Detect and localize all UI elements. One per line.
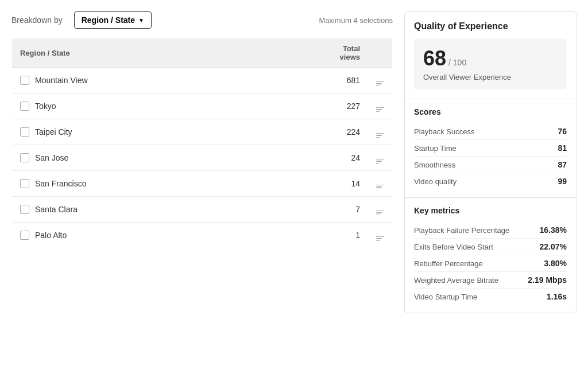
dropdown-label: Region / State — [82, 15, 135, 25]
views-cell-4: 14 — [260, 171, 368, 197]
views-cell-3: 24 — [260, 145, 368, 171]
key-metric-name-2: Rebuffer Percentage — [414, 259, 483, 268]
filter-cell-4 — [368, 171, 393, 197]
qoe-title: Quality of Experience — [414, 21, 567, 32]
region-name-6: Palo Alto — [35, 231, 67, 240]
filter-icon-5[interactable] — [376, 211, 384, 216]
table-row: Taipei City 224 — [12, 119, 393, 145]
qoe-score-number: 68 — [423, 46, 446, 71]
filter-cell-5 — [368, 197, 393, 223]
key-metric-name-4: Video Startup Time — [414, 293, 477, 301]
filter-icon-6[interactable] — [376, 236, 384, 242]
filter-icon-3[interactable] — [376, 159, 384, 164]
region-name-5: Santa Clara — [35, 205, 78, 214]
region-name-1: Tokyo — [35, 102, 56, 111]
score-row: Startup Time 81 — [414, 140, 567, 157]
key-metrics-list: Playback Failure Percentage 16.38% Exits… — [414, 222, 567, 305]
views-cell-5: 7 — [260, 197, 368, 223]
key-metrics-title: Key metrics — [414, 206, 567, 215]
key-metric-value-2: 3.80% — [544, 259, 567, 268]
filter-cell-0 — [368, 68, 393, 94]
views-cell-6: 1 — [260, 223, 368, 248]
score-value-1: 81 — [558, 143, 567, 153]
table-row: San Francisco 14 — [12, 171, 393, 197]
score-name-2: Smoothness — [414, 161, 455, 169]
table-row: Tokyo 227 — [12, 94, 393, 119]
key-metric-value-0: 16.38% — [540, 225, 567, 235]
region-name-2: Taipei City — [35, 127, 72, 137]
score-name-1: Startup Time — [414, 144, 457, 153]
region-name-3: San Jose — [35, 153, 68, 162]
qoe-score-main: 68 / 100 — [423, 46, 558, 71]
key-metrics-section: Key metrics Playback Failure Percentage … — [405, 197, 576, 313]
region-table: Region / State Total views Mountain View… — [11, 38, 393, 248]
key-metric-row: Rebuffer Percentage 3.80% — [414, 255, 567, 272]
key-metric-row: Playback Failure Percentage 16.38% — [414, 222, 567, 239]
max-selections-label: Maximum 4 selections — [319, 16, 393, 25]
key-metric-name-0: Playback Failure Percentage — [414, 226, 509, 235]
right-panel: Quality of Experience 68 / 100 Overall V… — [404, 11, 577, 355]
score-row: Video quality 99 — [414, 173, 567, 189]
key-metric-row: Weighted Average Bitrate 2.19 Mbps — [414, 272, 567, 289]
score-name-3: Video quality — [414, 177, 457, 186]
key-metric-row: Video Startup Time 1.16s — [414, 289, 567, 305]
qoe-score-denom: / 100 — [448, 58, 466, 67]
table-row: Santa Clara 7 — [12, 197, 393, 223]
left-panel: Breakdown by Region / State ▼ Maximum 4 … — [11, 11, 393, 355]
breakdown-header: Breakdown by Region / State ▼ Maximum 4 … — [11, 11, 393, 29]
region-state-dropdown[interactable]: Region / State ▼ — [74, 11, 152, 29]
row-checkbox-0[interactable] — [20, 76, 29, 85]
qoe-panel: Quality of Experience 68 / 100 Overall V… — [404, 11, 577, 313]
key-metric-name-1: Exits Before Video Start — [414, 243, 493, 251]
col-header-region: Region / State — [12, 38, 261, 68]
views-cell-2: 224 — [260, 119, 368, 145]
filter-icon-4[interactable] — [376, 185, 384, 190]
table-header-row: Region / State Total views — [12, 38, 393, 68]
score-value-2: 87 — [558, 160, 567, 169]
views-cell-0: 681 — [260, 68, 368, 94]
col-header-views: Total views — [260, 38, 368, 68]
score-name-0: Playback Success — [414, 127, 475, 136]
key-metric-value-1: 22.07% — [540, 242, 567, 251]
table-row: Palo Alto 1 — [12, 223, 393, 248]
chevron-down-icon: ▼ — [138, 17, 144, 24]
score-value-0: 76 — [558, 127, 567, 136]
scores-section: Scores Playback Success 76 Startup Time … — [405, 99, 576, 197]
scores-section-title: Scores — [414, 107, 567, 116]
filter-icon-1[interactable] — [376, 107, 384, 112]
score-row: Smoothness 87 — [414, 157, 567, 173]
filter-cell-3 — [368, 145, 393, 171]
key-metric-row: Exits Before Video Start 22.07% — [414, 239, 567, 255]
table-row: Mountain View 681 — [12, 68, 393, 94]
views-cell-1: 227 — [260, 94, 368, 119]
filter-icon-0[interactable] — [376, 81, 384, 87]
scores-list: Playback Success 76 Startup Time 81 Smoo… — [414, 123, 567, 189]
key-metric-value-4: 1.16s — [547, 292, 567, 301]
row-checkbox-6[interactable] — [20, 231, 29, 240]
row-checkbox-2[interactable] — [20, 127, 29, 137]
filter-icon-2[interactable] — [376, 133, 384, 138]
filter-cell-1 — [368, 94, 393, 119]
score-value-3: 99 — [558, 177, 567, 186]
breakdown-label: Breakdown by — [11, 15, 63, 25]
row-checkbox-5[interactable] — [20, 205, 29, 214]
table-row: San Jose 24 — [12, 145, 393, 171]
col-header-filter — [368, 38, 393, 68]
region-name-0: Mountain View — [35, 76, 88, 85]
qoe-score-box: 68 / 100 Overall Viewer Experience — [414, 38, 567, 89]
row-checkbox-4[interactable] — [20, 179, 29, 188]
filter-cell-6 — [368, 223, 393, 248]
score-row: Playback Success 76 — [414, 123, 567, 140]
qoe-score-label: Overall Viewer Experience — [423, 73, 558, 81]
key-metric-name-3: Weighted Average Bitrate — [414, 276, 498, 285]
qoe-header: Quality of Experience 68 / 100 Overall V… — [405, 12, 576, 99]
region-name-4: San Francisco — [35, 179, 86, 188]
filter-cell-2 — [368, 119, 393, 145]
row-checkbox-1[interactable] — [20, 102, 29, 111]
key-metric-value-3: 2.19 Mbps — [528, 275, 567, 285]
row-checkbox-3[interactable] — [20, 153, 29, 162]
